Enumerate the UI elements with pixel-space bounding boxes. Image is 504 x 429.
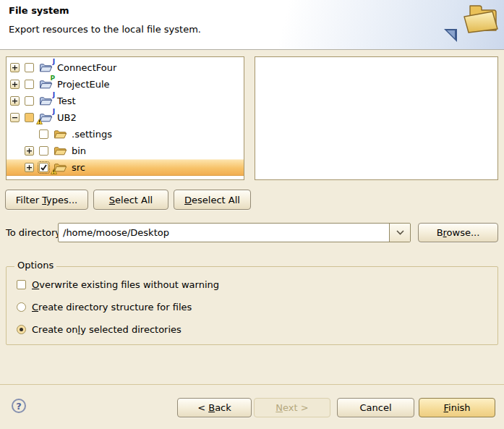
select-all-button[interactable]: Select All [93, 190, 168, 210]
checkbox-unchecked[interactable] [25, 80, 34, 89]
expand-icon[interactable] [10, 96, 20, 106]
folder-icon [54, 129, 67, 140]
tree-item-test[interactable]: JTest [7, 93, 244, 109]
checkbox-unchecked[interactable] [39, 146, 48, 156]
button-label: Browse... [437, 227, 480, 238]
deselect-all-button[interactable]: Deselect All [174, 190, 251, 210]
button-label: Cancel [359, 402, 391, 413]
tree-item-settings[interactable]: .settings [7, 126, 244, 143]
option-create-selected-directories[interactable]: Create only selected directories [17, 324, 181, 335]
option-label: Overwrite existing files without warning [32, 279, 219, 290]
wizard-banner: File system Export resources to the loca… [0, 0, 504, 50]
folder-icon [54, 145, 67, 156]
button-label: Deselect All [184, 195, 240, 205]
java-badge-icon: J [53, 109, 55, 115]
footer-divider [0, 384, 504, 385]
chevron-down-icon [396, 230, 404, 235]
to-directory-label: To directory: [6, 227, 63, 238]
button-label: Select All [109, 195, 153, 205]
tree-item-ub2[interactable]: JUB2 [7, 109, 244, 126]
destination-combo[interactable]: /home/moose/Desktop [58, 223, 411, 242]
button-label: Filter Types... [16, 195, 77, 205]
option-overwrite-existing[interactable]: Overwrite existing files without warning [17, 279, 219, 290]
java-badge-icon: J [53, 59, 55, 65]
project-folder-icon: J [39, 112, 53, 123]
checkbox-partial[interactable] [25, 113, 34, 122]
tree-item-label: src [72, 162, 85, 173]
button-label: Next > [276, 402, 308, 413]
checkbox-unchecked[interactable] [25, 96, 34, 106]
tree-item-label: ProjectEule [57, 79, 110, 90]
page-title: File system [9, 5, 69, 16]
export-wizard-dialog: File system Export resources to the loca… [0, 0, 504, 429]
checkbox-unchecked[interactable] [25, 63, 34, 72]
tree-item-label: Test [57, 95, 76, 106]
filter-types-button[interactable]: Filter Types... [5, 190, 88, 210]
tree-item-label: .settings [72, 129, 112, 140]
option-label: Create only selected directories [32, 324, 181, 335]
java-badge-icon: J [53, 92, 55, 98]
project-folder-icon: J [39, 62, 53, 73]
checkbox-unchecked[interactable] [39, 129, 48, 139]
expand-icon[interactable] [10, 80, 20, 89]
resource-tree[interactable]: JConnectFourPProjectEuleJTestJUB2.settin… [6, 56, 244, 180]
button-label: Finish [443, 402, 470, 413]
folder-icon [54, 162, 67, 173]
back-button[interactable]: < Back [177, 398, 252, 417]
tree-item-label: bin [72, 145, 86, 156]
combo-dropdown-button[interactable] [389, 224, 410, 242]
finish-button[interactable]: Finish [419, 398, 495, 417]
project-folder-icon: J [39, 95, 53, 106]
export-folder-icon [440, 1, 500, 45]
tree-item-label: ConnectFour [57, 62, 116, 73]
option-create-directory-structure[interactable]: Create directory structure for files [17, 302, 192, 313]
checkbox[interactable] [17, 280, 26, 289]
warning-overlay-icon [36, 119, 43, 124]
page-description: Export resources to the local file syste… [9, 24, 201, 35]
tree-item-label: UB2 [57, 112, 77, 123]
destination-value[interactable]: /home/moose/Desktop [59, 224, 389, 242]
option-label: Create directory structure for files [32, 302, 192, 313]
help-button[interactable]: ? [12, 399, 26, 413]
tree-item-connectfour[interactable]: JConnectFour [7, 59, 244, 76]
checkbox-checked[interactable] [39, 163, 48, 172]
radio-button[interactable] [17, 302, 26, 312]
tree-item-src[interactable]: src [7, 159, 244, 176]
file-list-panel[interactable] [255, 56, 498, 180]
expand-icon[interactable] [25, 163, 34, 172]
options-legend: Options [14, 260, 56, 271]
collapse-icon[interactable] [10, 113, 20, 122]
tree-item-projecteule[interactable]: PProjectEule [7, 76, 244, 93]
next-button-disabled: Next > [254, 398, 330, 417]
project-folder-icon: P [39, 79, 53, 90]
options-group: Options Overwrite existing files without… [6, 266, 498, 345]
expand-icon[interactable] [25, 146, 34, 156]
expand-icon[interactable] [10, 63, 20, 72]
tree-item-bin[interactable]: bin [7, 143, 244, 159]
browse-button[interactable]: Browse... [418, 223, 498, 242]
button-label: < Back [197, 402, 231, 413]
radio-button-selected[interactable] [17, 325, 26, 334]
cancel-button[interactable]: Cancel [337, 398, 414, 417]
question-mark-icon: ? [16, 401, 22, 412]
project-badge-icon: P [50, 75, 55, 82]
warning-overlay-icon [51, 169, 57, 174]
